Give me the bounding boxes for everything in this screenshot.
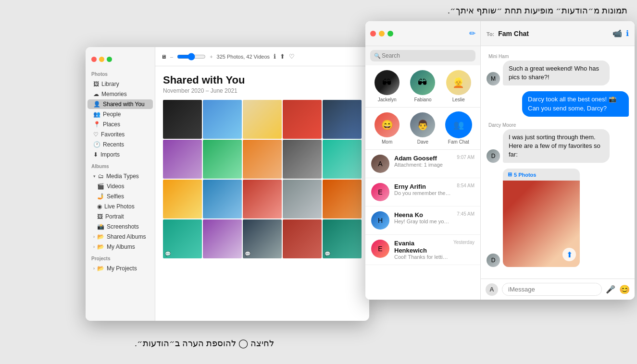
conv-item-adam[interactable]: A Adam Gooseff Attachment: 1 image 9:07 … [365, 150, 480, 178]
conv-info-evania: Evania Henkewich Cool! Thanks for lettin… [394, 240, 449, 260]
minimize-button[interactable] [379, 31, 385, 36]
photo-cell[interactable]: 💬 [323, 219, 362, 258]
apps-button[interactable]: A [486, 283, 498, 296]
photo-cell[interactable] [323, 180, 362, 218]
contacts-avatars-row2: 😄 Mom 👨 Dave 👥 Fam Chat [365, 108, 480, 150]
sidebar-item-selfies[interactable]: 🤳 Selfies [87, 192, 153, 201]
sidebar-item-imports[interactable]: ⬇ Imports [87, 150, 153, 159]
close-button[interactable] [370, 31, 376, 36]
close-btn[interactable] [91, 57, 97, 62]
sidebar-item-live-photos[interactable]: ◉ Live Photos [87, 202, 153, 211]
portrait-icon: 🖼 [97, 213, 103, 220]
photos-main: 🖥 – + 325 Photos, 42 Videos ℹ ⬆ ♡ Shared… [155, 47, 369, 321]
sidebar-label-memories: Memories [101, 91, 127, 97]
photo-cell[interactable] [203, 140, 242, 179]
sidebar-item-media-types[interactable]: ▾ 🗂 Media Types [87, 171, 153, 181]
sidebar-item-screenshots[interactable]: 📸 Screenshots [87, 222, 153, 231]
sender-mini-ham: Mini Ham [487, 54, 511, 59]
heart-icon[interactable]: ♡ [289, 53, 295, 60]
sidebar-item-recents[interactable]: 🕐 Recents [87, 140, 153, 149]
sidebar-item-places[interactable]: 📍 Places [87, 120, 153, 129]
conv-item-evania[interactable]: E Evania Henkewich Cool! Thanks for lett… [365, 235, 480, 265]
conv-preview-heena: Hey! Gray told me you might have some go… [394, 218, 452, 224]
photo-cell[interactable]: 💬 [243, 219, 282, 258]
avatar-fabiano: 🕶 [410, 70, 435, 95]
photo-cell[interactable] [203, 219, 242, 258]
sidebar-item-my-projects[interactable]: › 📂 My Projects [87, 264, 153, 273]
avatar-erny: E [371, 183, 389, 201]
photo-cell[interactable] [323, 140, 362, 179]
photos-toolbar: 🖥 – + 325 Photos, 42 Videos ℹ ⬆ ♡ [155, 47, 369, 66]
photo-cell[interactable] [163, 180, 202, 218]
conv-info-erny: Erny Arifin Do you remember the name of … [394, 183, 452, 196]
sidebar-item-library[interactable]: 🖼 Library [87, 79, 153, 89]
microphone-button[interactable]: 🎤 [606, 285, 615, 294]
photo-cell[interactable] [203, 180, 242, 218]
info-button[interactable]: ℹ [626, 29, 629, 38]
bubble-me: Darcy took all the best ones! 📸 Can you … [522, 91, 629, 116]
zoom-minus[interactable]: – [170, 54, 173, 60]
contact-dave[interactable]: 👨 Dave [410, 112, 435, 145]
photo-cell[interactable] [243, 180, 282, 218]
emoji-button[interactable]: 😊 [619, 284, 630, 295]
photo-cell[interactable] [323, 100, 362, 139]
contact-fam-chat[interactable]: 👥 Fam Chat [446, 112, 471, 145]
maximize-btn[interactable] [107, 57, 112, 62]
search-input[interactable] [370, 50, 475, 61]
sidebar-item-my-albums[interactable]: › 📂 My Albums [87, 242, 153, 252]
contact-name-leslie: Leslie [452, 97, 465, 102]
contact-fabiano[interactable]: 🕶 Fabiano [410, 70, 435, 102]
albums-section-label: Albums [86, 160, 155, 171]
sidebar-item-favorites[interactable]: ♡ Favorites [87, 130, 153, 139]
zoom-slider[interactable] [177, 53, 206, 61]
message-input[interactable] [502, 283, 602, 296]
sidebar-item-shared[interactable]: 👤 Shared with You [87, 99, 153, 109]
chat-panel: To: Fam Chat 📹 ℹ Mini Ham M Such a great… [481, 21, 635, 300]
photos-section-label: Photos [86, 68, 155, 79]
expand-icon-projects: › [93, 266, 95, 271]
info-icon[interactable]: ℹ [274, 53, 276, 60]
sidebar-item-people[interactable]: 👥 People [87, 109, 153, 119]
contact-mom[interactable]: 😄 Mom [375, 112, 400, 145]
video-call-button[interactable]: 📹 [612, 29, 622, 38]
sidebar-item-shared-albums[interactable]: › 📂 Shared Albums [87, 232, 153, 242]
sidebar-label-my-projects: My Projects [107, 265, 137, 272]
contacts-avatars: 🕶 Jackelyn 🕶 Fabiano 👱 Leslie [365, 65, 480, 108]
comment-icon: 💬 [165, 251, 171, 256]
photo-cell[interactable] [243, 100, 282, 139]
sidebar-item-videos[interactable]: 🎬 Videos [87, 182, 153, 191]
zoom-plus[interactable]: + [210, 54, 212, 60]
avatar-leslie: 👱 [446, 70, 471, 95]
photo-cell[interactable] [283, 140, 322, 179]
conversations-list: A Adam Gooseff Attachment: 1 image 9:07 … [365, 150, 480, 300]
sidebar-label-portrait: Portrait [105, 213, 124, 220]
photo-cell[interactable] [163, 140, 202, 179]
photo-cell[interactable] [203, 100, 242, 139]
sidebar-item-memories[interactable]: ☁ Memories [87, 89, 153, 99]
conv-item-erny[interactable]: E Erny Arifin Do you remember the name o… [365, 178, 480, 206]
contact-leslie[interactable]: 👱 Leslie [446, 70, 471, 102]
shared-icon: 👤 [93, 101, 100, 108]
share-icon[interactable]: ⬆ [280, 53, 285, 60]
photo-cell[interactable] [283, 100, 322, 139]
sidebar-item-portrait[interactable]: 🖼 Portrait [87, 212, 153, 221]
avatar-fam-chat: 👥 [446, 112, 471, 137]
message-photos: D ⊞ 5 Photos ⬆ [487, 169, 629, 267]
photo-cell[interactable]: 💬 [163, 219, 202, 258]
photo-attachment-wrap[interactable]: ⊞ 5 Photos ⬆ [503, 169, 580, 267]
conv-item-heena[interactable]: H Heena Ko Hey! Gray told me you might h… [365, 206, 480, 235]
avatar-adam: A [371, 155, 389, 173]
sidebar-top [86, 52, 155, 68]
contact-jackelyn[interactable]: 🕶 Jackelyn [375, 70, 400, 102]
conv-name-erny: Erny Arifin [394, 183, 452, 190]
sidebar-label-screenshots: Screenshots [107, 223, 139, 230]
minimize-btn[interactable] [99, 57, 104, 62]
photo-cell[interactable] [243, 140, 282, 179]
maximize-button[interactable] [387, 31, 393, 36]
photo-cell[interactable] [283, 219, 322, 258]
photos-grid-icon: ⊞ [508, 171, 512, 178]
photo-cell[interactable] [163, 100, 202, 139]
compose-button[interactable]: ✏ [469, 29, 475, 38]
live-photos-icon: ◉ [97, 203, 102, 210]
photo-cell[interactable] [283, 180, 322, 218]
